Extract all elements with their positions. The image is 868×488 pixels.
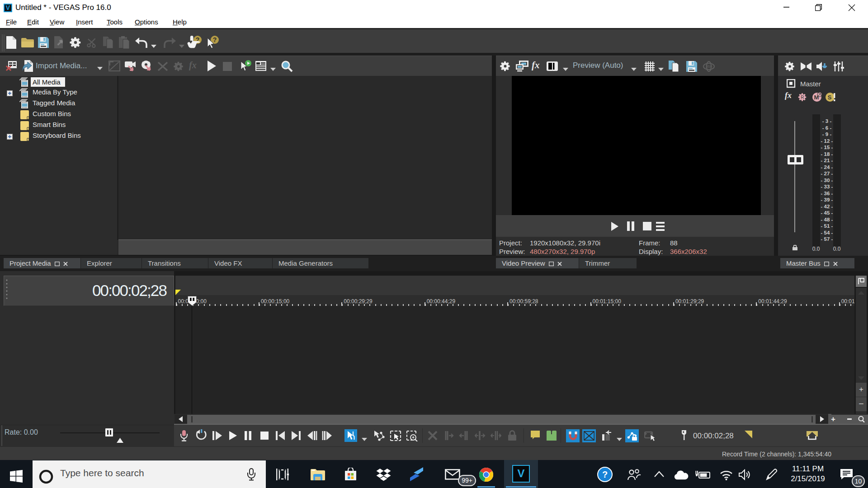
svg-text:S: S [828, 94, 832, 101]
svg-text:R: R [801, 95, 804, 100]
svg-text:?: ? [602, 469, 608, 479]
svg-text:360: 360 [705, 64, 712, 69]
svg-text:?: ? [213, 36, 217, 43]
